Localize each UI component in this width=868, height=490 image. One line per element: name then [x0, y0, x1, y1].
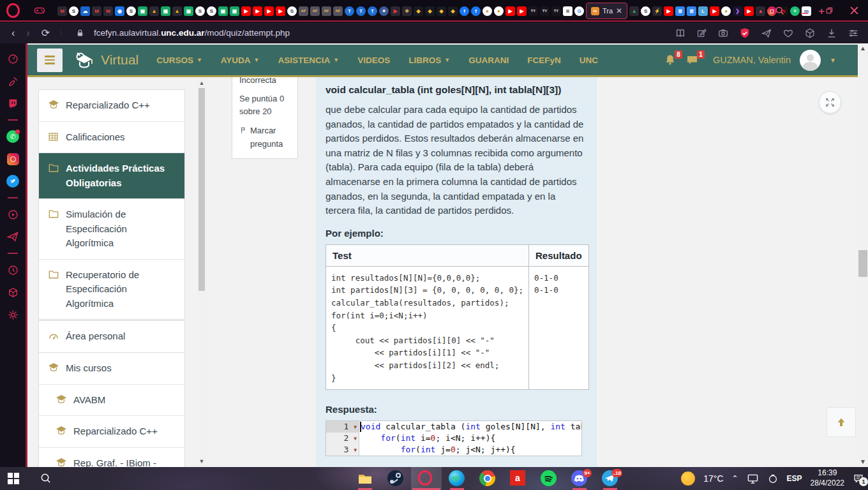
tab-messenger[interactable]: T	[345, 6, 354, 16]
editor-line[interactable]: 3 ▼ for(int j=0; j<N; j++){	[326, 444, 581, 456]
avatar[interactable]	[800, 50, 821, 71]
tab-youtube[interactable]: ▶	[664, 6, 673, 16]
tab-binance[interactable]: ◆	[448, 6, 458, 16]
taskbar-app-spotify[interactable]	[534, 467, 564, 490]
sidebar-item-calificaciones[interactable]: Calificaciones	[39, 122, 184, 154]
tab-skype[interactable]: S	[69, 6, 79, 16]
nav-item-fcefyn[interactable]: FCEFyN	[527, 56, 561, 65]
tab-purse[interactable]: ❖	[402, 6, 412, 16]
fold-caret-icon[interactable]: ▼	[354, 436, 357, 442]
fold-caret-icon[interactable]: ▼	[354, 424, 357, 430]
network-icon[interactable]	[747, 473, 759, 484]
tab-weather[interactable]: ☁	[80, 6, 90, 16]
extensions-cube-icon[interactable]	[804, 27, 816, 39]
scroll-down-icon[interactable]: ▼	[198, 457, 206, 466]
taskbar-app-discord[interactable]: 9+	[564, 467, 595, 490]
code-editor[interactable]: 1 ▼void calcular_tabla (int goles[N][N],…	[326, 420, 582, 456]
tab-binance[interactable]: ◆	[414, 6, 423, 16]
tab-facebook[interactable]: f	[460, 6, 469, 16]
sidebar-item-reparcializado-c[interactable]: Reparcializado C++	[39, 90, 184, 122]
tab-classroom[interactable]: ▣	[138, 6, 147, 16]
tab-purple[interactable]: ❯	[733, 6, 742, 16]
speedometer-icon[interactable]	[6, 52, 19, 65]
sidebar-item-rep-graf-ibiom[interactable]: Rep. Graf. - IBiom -	[39, 448, 184, 468]
reload-icon[interactable]: ⟳	[41, 27, 50, 39]
tab-ty[interactable]: TY	[551, 6, 561, 16]
action-center-icon[interactable]: 1	[853, 473, 864, 484]
user-menu-caret-icon[interactable]: ▼	[830, 57, 836, 64]
whatsapp-icon[interactable]: ✆	[6, 130, 19, 143]
tab-youtube[interactable]: ▶	[744, 6, 754, 16]
reading-list-icon[interactable]	[675, 27, 686, 39]
tab-youtube[interactable]: ▶	[276, 6, 285, 16]
adblock-shield-icon[interactable]	[739, 27, 751, 39]
sidebar-item-simulaci-n-de-especificaci-n-algor-tmica[interactable]: Simulación de Especificación Algorítmica	[39, 199, 184, 260]
tab-classroom[interactable]: ▣	[184, 6, 193, 16]
back-icon[interactable]: ‹	[11, 27, 15, 39]
tab-tasks[interactable]: ≣	[687, 6, 696, 16]
opera-menu-icon[interactable]	[6, 3, 20, 18]
scroll-down-icon[interactable]: ▼	[858, 457, 868, 467]
settings-icon[interactable]	[6, 308, 19, 321]
bookmark-heart-icon[interactable]	[782, 27, 794, 39]
tab-contacts[interactable]: ◉	[115, 6, 124, 16]
tab-skype[interactable]: S	[287, 6, 297, 16]
sidebar-item-avabm[interactable]: AVABM	[39, 385, 184, 417]
history-icon[interactable]	[6, 264, 19, 276]
nav-item-guarani[interactable]: GUARANI	[468, 56, 509, 65]
send-to-device-icon[interactable]	[761, 27, 772, 39]
sidebar-item-mis-cursos[interactable]: Mis cursos	[39, 353, 184, 385]
tab-youtube[interactable]: ▶	[710, 6, 719, 16]
tab-classroom[interactable]: ▣	[161, 6, 170, 16]
taskbar-app-telegram[interactable]: ..18	[595, 467, 625, 490]
forward-icon[interactable]: ›	[26, 27, 29, 39]
weather-sun-icon[interactable]	[681, 471, 695, 486]
edit-icon[interactable]	[696, 27, 707, 38]
start-button[interactable]	[8, 473, 19, 484]
tab-binance[interactable]: ◆	[425, 6, 435, 16]
taskbar-search-icon[interactable]	[40, 472, 52, 484]
tab-skype[interactable]: S	[195, 6, 205, 16]
tab-balloon[interactable]: ✦	[379, 6, 389, 16]
tab-af[interactable]: AF	[310, 6, 320, 16]
nav-item-cursos[interactable]: CURSOS▼	[156, 56, 202, 65]
flag-question[interactable]: Marcarpregunta	[239, 124, 290, 150]
tab-youtube[interactable]: ▶	[241, 6, 251, 16]
maximize-icon[interactable]	[825, 6, 834, 15]
page-scrollbar-thumb[interactable]	[858, 250, 867, 277]
tab-af[interactable]: AF	[299, 6, 308, 16]
download-icon[interactable]	[826, 27, 837, 39]
active-tab[interactable]: in Tra ✕	[586, 3, 627, 19]
settings-sliders-icon[interactable]	[848, 27, 859, 39]
language-indicator[interactable]: ESP	[787, 474, 802, 483]
notifications-bell-icon[interactable]: 8	[664, 54, 677, 66]
tab-coin[interactable]: ●	[494, 6, 504, 16]
editor-line[interactable]: 1 ▼void calcular_tabla (int goles[N][N],…	[326, 421, 581, 433]
lock-icon[interactable]	[75, 28, 85, 38]
close-window-icon[interactable]	[849, 6, 859, 15]
tab-tasks[interactable]: ≣	[675, 6, 685, 16]
page-scrollbar[interactable]: ▲ ▼	[858, 43, 868, 467]
tab-coin[interactable]: ●	[721, 6, 731, 16]
scroll-up-icon[interactable]: ▲	[198, 78, 206, 87]
tab-lightning[interactable]: ⚡	[652, 6, 662, 16]
taskbar-app-opera-gx[interactable]	[411, 467, 442, 490]
tab-barcode[interactable]: |||	[563, 6, 572, 16]
extensions-icon[interactable]	[6, 286, 19, 299]
tab-af[interactable]: AF	[322, 6, 331, 16]
tab-ty[interactable]: TY	[540, 6, 550, 16]
tab-skype[interactable]: S	[126, 6, 136, 16]
tab-youtube[interactable]: ▶	[264, 6, 274, 16]
nav-item-videos[interactable]: VIDEOS	[357, 56, 390, 65]
back-to-top-button[interactable]	[827, 407, 856, 437]
sidebar-item-actividades-pr-cticas-obligatorias[interactable]: Actividades Prácticas Obligatorias	[39, 153, 184, 199]
nav-item-unc[interactable]: UNC	[580, 56, 598, 65]
hamburger-menu-icon[interactable]	[37, 48, 63, 72]
tab-youtube[interactable]: ▶	[517, 6, 527, 16]
tab-gmail[interactable]: M	[103, 6, 113, 16]
user-name[interactable]: GUZMAN, Valentin	[713, 55, 791, 65]
temperature[interactable]: 17°C	[703, 473, 723, 484]
nav-item-ayuda[interactable]: AYUDA▼	[221, 56, 260, 65]
sidebar-item-reparcializado-c[interactable]: Reparcializado C++	[39, 416, 184, 448]
tab-messenger[interactable]: T	[368, 6, 377, 16]
